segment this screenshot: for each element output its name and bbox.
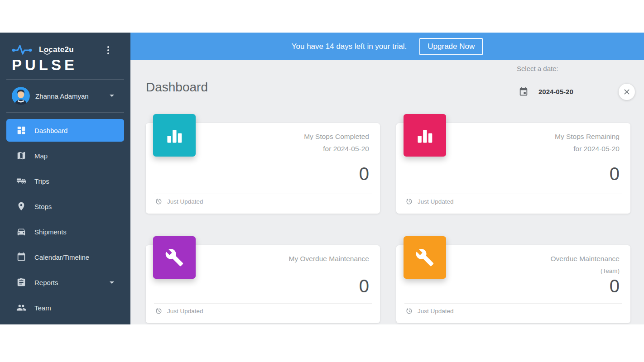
clear-date-button[interactable] <box>619 84 635 100</box>
sidebar-nav: Dashboard Map Trips <box>0 113 130 319</box>
card-overdue-maintenance-team: Overdue Maintenance (Team) 0 Just Update… <box>396 245 630 323</box>
pulse-logo-icon <box>12 44 35 56</box>
sidebar: Locate2u PULSE Zhanna Adamyan <box>0 33 130 324</box>
update-icon <box>155 307 163 315</box>
sidebar-item-map[interactable]: Map <box>6 144 124 167</box>
sidebar-item-label: Stops <box>34 203 52 210</box>
card-title: Overdue Maintenance <box>550 252 620 265</box>
wrench-icon <box>153 236 196 279</box>
logo-row: Locate2u <box>0 33 130 56</box>
app-window: Locate2u PULSE Zhanna Adamyan <box>0 33 644 324</box>
update-icon <box>405 307 413 315</box>
date-filter: Select a date: 2024-05-20 <box>517 65 638 102</box>
card-my-stops-completed: My Stops Completed for 2024-05-20 0 Just… <box>146 123 380 214</box>
sidebar-item-calendar-timeline[interactable]: Calendar/Timeline <box>6 246 124 268</box>
user-menu[interactable]: Zhanna Adamyan <box>0 80 130 112</box>
card-subtitle: (Team) <box>550 265 620 277</box>
sidebar-item-team[interactable]: Team <box>6 296 124 319</box>
sidebar-item-label: Dashboard <box>34 127 67 134</box>
trial-message: You have 14 days left in your trial. <box>292 42 407 51</box>
card-value: 0 <box>610 165 620 183</box>
card-status: Just Updated <box>418 198 454 205</box>
update-icon <box>405 198 413 205</box>
clipboard-icon <box>16 277 26 287</box>
sidebar-item-trips[interactable]: Trips <box>6 170 124 192</box>
vehicles-icon <box>16 176 26 186</box>
user-name: Zhanna Adamyan <box>35 92 89 100</box>
dashboard-cards: My Stops Completed for 2024-05-20 0 Just… <box>146 123 630 323</box>
car-icon <box>16 227 26 237</box>
sidebar-item-stops[interactable]: Stops <box>6 195 124 218</box>
calendar-icon <box>16 252 26 262</box>
chevron-down-icon <box>110 95 114 97</box>
card-title: My Stops Remaining <box>555 130 620 143</box>
sidebar-item-label: Reports <box>34 279 58 286</box>
upgrade-now-button[interactable]: Upgrade Now <box>419 38 483 55</box>
update-icon <box>155 198 163 205</box>
sidebar-item-reports[interactable]: Reports <box>6 271 124 294</box>
trial-banner: You have 14 days left in your trial. Upg… <box>130 33 644 60</box>
pin-icon <box>16 201 26 211</box>
brand-wordmark: PULSE <box>0 56 130 73</box>
card-value: 0 <box>359 277 369 295</box>
close-icon <box>623 88 630 95</box>
bar-chart-icon <box>404 114 446 157</box>
card-status: Just Updated <box>418 308 454 314</box>
card-title: My Stops Completed <box>304 130 369 143</box>
calendar-picker-icon[interactable] <box>519 87 529 97</box>
date-value: 2024-05-20 <box>538 88 573 95</box>
page-title: Dashboard <box>146 80 208 95</box>
chevron-down-icon <box>110 281 114 284</box>
logo-swoosh <box>43 52 51 55</box>
sidebar-item-shipments[interactable]: Shipments <box>6 220 124 243</box>
card-title: My Overdue Maintenance <box>289 252 369 265</box>
sidebar-item-label: Calendar/Timeline <box>34 253 89 261</box>
bar-chart-icon <box>153 114 196 157</box>
card-divider <box>404 194 622 194</box>
sidebar-item-label: Shipments <box>34 228 67 236</box>
card-subtitle: for 2024-05-20 <box>555 143 620 155</box>
card-my-stops-remaining: My Stops Remaining for 2024-05-20 0 Just… <box>396 123 630 214</box>
card-subtitle: for 2024-05-20 <box>304 143 369 155</box>
card-my-overdue-maintenance: My Overdue Maintenance 0 Just Updated <box>146 245 380 323</box>
card-divider <box>154 194 372 194</box>
dashboard-icon <box>16 125 26 135</box>
date-filter-label: Select a date: <box>517 65 638 72</box>
sidebar-item-label: Map <box>34 152 48 160</box>
sidebar-menu-kebab-icon[interactable] <box>104 44 112 56</box>
card-divider <box>154 303 372 304</box>
sidebar-item-label: Team <box>34 304 51 312</box>
avatar <box>12 87 30 105</box>
card-divider <box>404 303 622 304</box>
people-icon <box>16 303 26 313</box>
map-icon <box>16 151 26 161</box>
card-status: Just Updated <box>167 308 203 314</box>
main-content: Dashboard Select a date: 2024-05-20 <box>130 60 644 324</box>
sidebar-item-label: Trips <box>34 177 49 185</box>
card-status: Just Updated <box>167 198 203 205</box>
app-screenshot: Locate2u PULSE Zhanna Adamyan <box>0 0 644 362</box>
sidebar-item-dashboard[interactable]: Dashboard <box>6 119 124 142</box>
card-value: 0 <box>610 277 620 295</box>
card-value: 0 <box>359 165 369 183</box>
wrench-icon <box>404 236 446 279</box>
